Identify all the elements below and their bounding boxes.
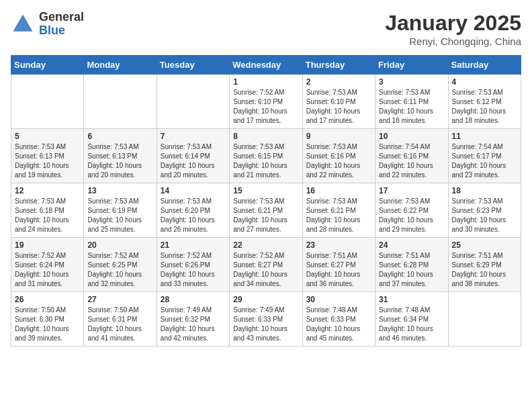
day-number: 6	[87, 132, 152, 141]
day-info: Sunrise: 7:49 AMSunset: 6:32 PMDaylight:…	[161, 306, 226, 343]
logo-icon	[11, 12, 35, 36]
day-info: Sunrise: 7:52 AMSunset: 6:26 PMDaylight:…	[161, 251, 226, 289]
day-info: Sunrise: 7:52 AMSunset: 6:10 PMDaylight:…	[233, 88, 298, 126]
day-info: Sunrise: 7:53 AMSunset: 6:14 PMDaylight:…	[161, 142, 226, 180]
day-info: Sunrise: 7:51 AMSunset: 6:28 PMDaylight:…	[379, 251, 444, 289]
day-number: 23	[306, 240, 371, 250]
day-info: Sunrise: 7:48 AMSunset: 6:34 PMDaylight:…	[379, 306, 444, 343]
calendar-week-row: 19Sunrise: 7:52 AMSunset: 6:24 PMDayligh…	[11, 238, 521, 292]
calendar-cell: 17Sunrise: 7:53 AMSunset: 6:22 PMDayligh…	[375, 183, 448, 238]
day-number: 24	[379, 240, 444, 250]
day-info: Sunrise: 7:51 AMSunset: 6:27 PMDaylight:…	[306, 251, 371, 289]
day-number: 27	[87, 295, 152, 304]
day-info: Sunrise: 7:52 AMSunset: 6:25 PMDaylight:…	[87, 251, 152, 289]
page-header: General Blue January 2025 Renyi, Chongqi…	[11, 11, 521, 47]
calendar-cell: 11Sunrise: 7:54 AMSunset: 6:17 PMDayligh…	[448, 129, 521, 183]
day-number: 5	[15, 132, 80, 141]
day-number: 13	[87, 186, 152, 195]
logo-general-text: General	[39, 11, 84, 24]
day-info: Sunrise: 7:49 AMSunset: 6:33 PMDaylight:…	[233, 306, 298, 343]
calendar-cell: 31Sunrise: 7:48 AMSunset: 6:34 PMDayligh…	[375, 292, 448, 347]
calendar-cell: 16Sunrise: 7:53 AMSunset: 6:21 PMDayligh…	[302, 183, 375, 238]
day-number: 28	[161, 295, 226, 304]
calendar-cell: 28Sunrise: 7:49 AMSunset: 6:32 PMDayligh…	[157, 292, 229, 347]
day-info: Sunrise: 7:53 AMSunset: 6:23 PMDaylight:…	[452, 197, 517, 234]
day-info: Sunrise: 7:53 AMSunset: 6:20 PMDaylight:…	[161, 197, 226, 234]
calendar-week-row: 1Sunrise: 7:52 AMSunset: 6:10 PMDaylight…	[11, 75, 521, 129]
calendar-cell: 30Sunrise: 7:48 AMSunset: 6:33 PMDayligh…	[302, 292, 375, 347]
day-of-week-header: Monday	[84, 56, 157, 75]
day-info: Sunrise: 7:48 AMSunset: 6:33 PMDaylight:…	[306, 306, 371, 343]
day-number: 22	[233, 240, 298, 250]
day-number: 12	[15, 186, 80, 195]
calendar-week-row: 26Sunrise: 7:50 AMSunset: 6:30 PMDayligh…	[11, 292, 521, 347]
day-info: Sunrise: 7:51 AMSunset: 6:29 PMDaylight:…	[452, 251, 517, 289]
calendar-cell: 10Sunrise: 7:54 AMSunset: 6:16 PMDayligh…	[375, 129, 448, 183]
day-info: Sunrise: 7:54 AMSunset: 6:17 PMDaylight:…	[452, 142, 517, 180]
day-info: Sunrise: 7:53 AMSunset: 6:12 PMDaylight:…	[452, 88, 517, 126]
day-info: Sunrise: 7:53 AMSunset: 6:16 PMDaylight:…	[306, 142, 371, 180]
title-block: January 2025 Renyi, Chongqing, China	[385, 11, 521, 47]
calendar-cell: 19Sunrise: 7:52 AMSunset: 6:24 PMDayligh…	[11, 238, 84, 292]
day-of-week-header: Friday	[375, 56, 448, 75]
day-info: Sunrise: 7:53 AMSunset: 6:18 PMDaylight:…	[15, 197, 80, 234]
day-number: 17	[379, 186, 444, 195]
day-number: 2	[306, 77, 371, 87]
day-number: 14	[161, 186, 226, 195]
calendar-header-row: SundayMondayTuesdayWednesdayThursdayFrid…	[11, 56, 521, 75]
day-number: 10	[379, 132, 444, 141]
day-number: 25	[452, 240, 517, 250]
calendar-cell: 18Sunrise: 7:53 AMSunset: 6:23 PMDayligh…	[448, 183, 521, 238]
calendar-cell: 26Sunrise: 7:50 AMSunset: 6:30 PMDayligh…	[11, 292, 84, 347]
calendar-cell: 5Sunrise: 7:53 AMSunset: 6:13 PMDaylight…	[11, 129, 84, 183]
calendar-cell: 21Sunrise: 7:52 AMSunset: 6:26 PMDayligh…	[157, 238, 229, 292]
day-number: 8	[233, 132, 298, 141]
calendar-cell	[84, 75, 157, 129]
calendar-cell: 2Sunrise: 7:53 AMSunset: 6:10 PMDaylight…	[302, 75, 375, 129]
calendar-week-row: 12Sunrise: 7:53 AMSunset: 6:18 PMDayligh…	[11, 183, 521, 238]
calendar-cell: 8Sunrise: 7:53 AMSunset: 6:15 PMDaylight…	[230, 129, 302, 183]
day-of-week-header: Wednesday	[230, 56, 302, 75]
day-number: 31	[379, 295, 444, 304]
day-of-week-header: Thursday	[302, 56, 375, 75]
day-info: Sunrise: 7:52 AMSunset: 6:27 PMDaylight:…	[233, 251, 298, 289]
day-of-week-header: Tuesday	[157, 56, 229, 75]
calendar-cell: 4Sunrise: 7:53 AMSunset: 6:12 PMDaylight…	[448, 75, 521, 129]
calendar-cell	[448, 292, 521, 347]
calendar-cell	[11, 75, 84, 129]
day-number: 20	[87, 240, 152, 250]
day-info: Sunrise: 7:54 AMSunset: 6:16 PMDaylight:…	[379, 142, 444, 180]
calendar-week-row: 5Sunrise: 7:53 AMSunset: 6:13 PMDaylight…	[11, 129, 521, 183]
day-info: Sunrise: 7:53 AMSunset: 6:21 PMDaylight:…	[233, 197, 298, 234]
day-info: Sunrise: 7:50 AMSunset: 6:30 PMDaylight:…	[15, 306, 80, 343]
month-title: January 2025	[385, 11, 521, 36]
day-of-week-header: Sunday	[11, 56, 84, 75]
calendar-cell: 15Sunrise: 7:53 AMSunset: 6:21 PMDayligh…	[230, 183, 302, 238]
day-number: 18	[452, 186, 517, 195]
day-number: 9	[306, 132, 371, 141]
day-number: 21	[161, 240, 226, 250]
calendar-cell: 25Sunrise: 7:51 AMSunset: 6:29 PMDayligh…	[448, 238, 521, 292]
calendar-cell: 1Sunrise: 7:52 AMSunset: 6:10 PMDaylight…	[230, 75, 302, 129]
calendar-table: SundayMondayTuesdayWednesdayThursdayFrid…	[11, 55, 521, 347]
day-info: Sunrise: 7:53 AMSunset: 6:10 PMDaylight:…	[306, 88, 371, 126]
day-info: Sunrise: 7:53 AMSunset: 6:11 PMDaylight:…	[379, 88, 444, 126]
day-info: Sunrise: 7:53 AMSunset: 6:21 PMDaylight:…	[306, 197, 371, 234]
calendar-cell: 27Sunrise: 7:50 AMSunset: 6:31 PMDayligh…	[84, 292, 157, 347]
calendar-cell: 13Sunrise: 7:53 AMSunset: 6:19 PMDayligh…	[84, 183, 157, 238]
day-info: Sunrise: 7:50 AMSunset: 6:31 PMDaylight:…	[87, 306, 152, 343]
day-number: 29	[233, 295, 298, 304]
day-number: 15	[233, 186, 298, 195]
day-number: 7	[161, 132, 226, 141]
day-number: 11	[452, 132, 517, 141]
calendar-cell: 6Sunrise: 7:53 AMSunset: 6:13 PMDaylight…	[84, 129, 157, 183]
day-number: 1	[233, 77, 298, 87]
day-number: 30	[306, 295, 371, 304]
day-info: Sunrise: 7:53 AMSunset: 6:13 PMDaylight:…	[87, 142, 152, 180]
calendar-cell: 7Sunrise: 7:53 AMSunset: 6:14 PMDaylight…	[157, 129, 229, 183]
location-title: Renyi, Chongqing, China	[385, 36, 521, 47]
calendar-cell: 20Sunrise: 7:52 AMSunset: 6:25 PMDayligh…	[84, 238, 157, 292]
logo-text: General Blue	[39, 11, 84, 38]
day-info: Sunrise: 7:53 AMSunset: 6:19 PMDaylight:…	[87, 197, 152, 234]
calendar-cell: 3Sunrise: 7:53 AMSunset: 6:11 PMDaylight…	[375, 75, 448, 129]
